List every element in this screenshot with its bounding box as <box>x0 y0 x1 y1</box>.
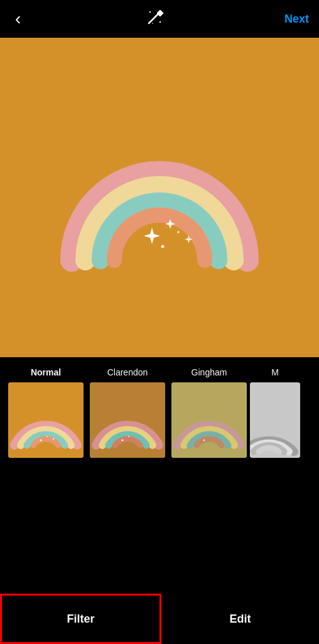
back-button[interactable]: ‹ <box>10 5 26 33</box>
filter-panel: Normal Clarendon <box>0 357 319 552</box>
svg-point-2 <box>149 11 151 13</box>
filter-thumb-moon <box>250 382 300 458</box>
filter-label-moon: M <box>271 367 279 377</box>
svg-rect-1 <box>156 9 163 16</box>
svg-point-6 <box>161 245 165 248</box>
svg-point-5 <box>152 23 153 24</box>
bottom-bar: Filter Edit <box>0 594 319 644</box>
filter-tab-button[interactable]: Filter <box>0 594 161 644</box>
svg-point-7 <box>177 231 180 233</box>
filter-thumb-clarendon <box>90 382 165 458</box>
svg-point-10 <box>46 436 48 437</box>
filter-tab-label: Filter <box>67 613 94 626</box>
edit-tab-label: Edit <box>230 613 251 626</box>
filter-list: Normal Clarendon <box>0 357 319 458</box>
svg-point-11 <box>53 438 54 440</box>
magic-wand-icon[interactable] <box>146 8 164 30</box>
svg-point-3 <box>160 21 161 23</box>
svg-point-15 <box>128 436 129 437</box>
filter-label-gingham: Gingham <box>192 367 227 377</box>
svg-line-0 <box>149 13 159 23</box>
svg-point-9 <box>40 440 42 441</box>
filter-thumb-normal <box>8 382 84 458</box>
filter-item-gingham[interactable]: Gingham <box>168 367 250 458</box>
main-image <box>0 38 319 357</box>
filter-label-clarendon: Clarendon <box>107 367 148 377</box>
filter-thumb-gingham <box>171 382 247 458</box>
filter-label-normal: Normal <box>31 367 61 377</box>
filter-item-normal[interactable]: Normal <box>5 367 87 458</box>
svg-point-14 <box>122 440 124 441</box>
svg-point-4 <box>161 14 162 15</box>
edit-tab-button[interactable]: Edit <box>161 594 319 644</box>
svg-point-18 <box>203 440 205 441</box>
header: ‹ Next <box>0 0 319 38</box>
next-button[interactable]: Next <box>284 13 309 26</box>
filter-item-clarendon[interactable]: Clarendon <box>87 367 168 458</box>
filter-item-moon[interactable]: M <box>250 367 300 458</box>
